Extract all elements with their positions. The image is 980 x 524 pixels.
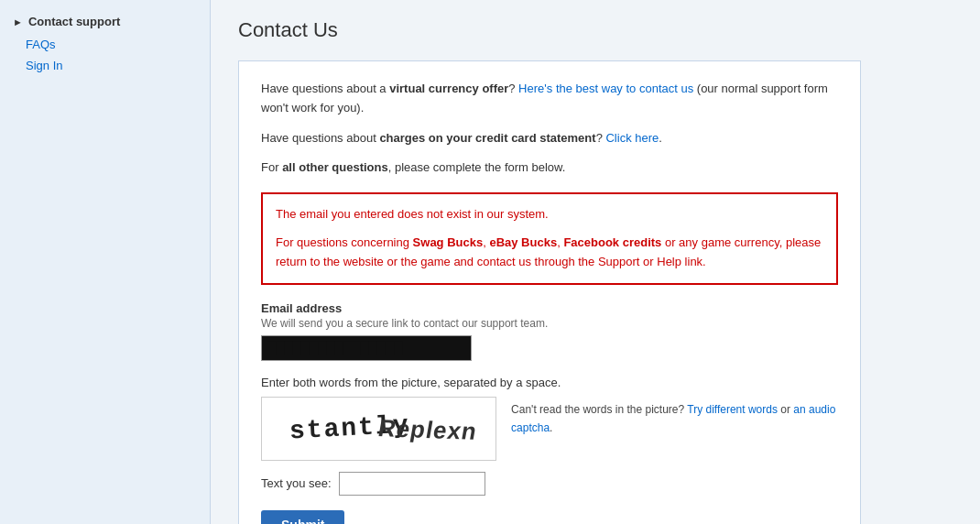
captcha-side-text: Can't read the words in the picture? Try… — [511, 397, 838, 438]
error-ebaybucks: eBay Bucks — [489, 235, 557, 249]
captcha-instruction: Enter both words from the picture, separ… — [261, 376, 838, 389]
email-label: Email address — [261, 301, 838, 315]
intro3-text-after: , please complete the form below. — [388, 160, 566, 174]
captcha-word2: Replexn — [376, 414, 480, 446]
captcha-period: . — [550, 421, 552, 434]
sidebar-item-signin[interactable]: Sign In — [0, 55, 210, 76]
error-swagbucks: Swag Bucks — [413, 235, 484, 249]
intro2-text-before: Have questions about — [261, 131, 379, 145]
error-box: The email you entered does not exist in … — [261, 192, 838, 284]
captcha-try-link[interactable]: Try different words — [687, 403, 778, 416]
error-facebook: Facebook credits — [563, 235, 661, 249]
captcha-image: stantly Replexn — [261, 397, 496, 461]
intro1-text-before: Have questions about a — [261, 82, 389, 95]
captcha-or: or — [778, 403, 793, 416]
page-title: Contact Us — [238, 18, 953, 42]
text-you-see-row: Text you see: — [261, 472, 838, 496]
main-content: Contact Us Have questions about a virtua… — [211, 0, 980, 524]
sidebar-item-faqs[interactable]: FAQs — [0, 34, 210, 55]
email-input[interactable] — [261, 335, 472, 361]
intro3-text-before: For — [261, 160, 282, 174]
intro1-link[interactable]: Here's the best way to contact us — [518, 82, 693, 95]
submit-button[interactable]: Submit — [261, 510, 344, 524]
error-line2-before: For questions concerning — [276, 235, 413, 249]
intro2-link[interactable]: Click here — [605, 131, 659, 145]
error-line1-text: The email you entered does not exist in … — [276, 207, 549, 221]
intro1-text-after-bold: ? — [508, 82, 518, 95]
contact-form: Email address We will send you a secure … — [261, 301, 838, 524]
sidebar-contact-label: Contact support — [28, 15, 120, 28]
error-line2: For questions concerning Swag Bucks, eBa… — [276, 234, 823, 272]
error-line1: The email you entered does not exist in … — [276, 205, 823, 224]
content-box: Have questions about a virtual currency … — [238, 60, 861, 524]
intro1-bold: virtual currency offer — [389, 82, 508, 95]
sidebar-item-contact-support: ► Contact support — [0, 9, 210, 34]
intro2-bold: charges on your credit card statement — [379, 131, 595, 145]
captcha-cant-read: Can't read the words in the picture? — [511, 403, 687, 416]
sidebar-arrow-icon: ► — [13, 16, 23, 27]
captcha-area: stantly Replexn Can't read the words in … — [261, 397, 838, 461]
intro-text-3: For all other questions, please complete… — [261, 158, 838, 178]
intro-text-2: Have questions about charges on your cre… — [261, 129, 838, 148]
email-sublabel: We will send you a secure link to contac… — [261, 317, 838, 330]
captcha-text-input[interactable] — [339, 472, 485, 496]
intro2-text-after-bold: ? — [596, 131, 606, 145]
text-you-see-label: Text you see: — [261, 476, 332, 490]
intro2-text-end: . — [659, 131, 662, 145]
sidebar: ► Contact support FAQs Sign In — [0, 0, 211, 524]
intro3-bold: all other questions — [282, 160, 388, 174]
intro-text-1: Have questions about a virtual currency … — [261, 80, 838, 118]
